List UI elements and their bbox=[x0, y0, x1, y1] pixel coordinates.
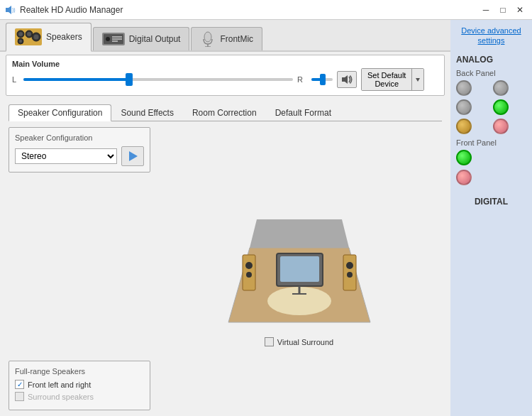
set-default-device-button[interactable]: Set Default Device bbox=[361, 68, 424, 91]
svg-point-6 bbox=[27, 32, 31, 36]
back-panel-dots bbox=[456, 80, 526, 134]
svg-point-10 bbox=[34, 35, 39, 40]
svg-marker-23 bbox=[250, 219, 349, 248]
volume-section: Main Volume L R bbox=[6, 55, 445, 96]
digital-output-icon bbox=[102, 31, 125, 47]
front-left-right-row: ✓ Front left and right bbox=[15, 380, 144, 389]
svg-rect-32 bbox=[280, 256, 319, 282]
window-title: Realtek HD Audio Manager bbox=[20, 5, 123, 15]
speaker-config-select[interactable]: Stereo Quadraphonic 5.1 Speaker 7.1 Spea… bbox=[15, 148, 117, 164]
audio-icon: )))) bbox=[4, 4, 16, 16]
tab-speakers-label: Speakers bbox=[46, 32, 82, 42]
speaker-mute-icon bbox=[341, 75, 353, 84]
play-triangle-icon bbox=[129, 151, 138, 161]
volume-fill bbox=[23, 78, 131, 81]
panel-area: Speaker Configuration Stereo Quadraphoni… bbox=[9, 127, 442, 410]
volume-slider[interactable] bbox=[23, 78, 293, 81]
main-container: Speakers Digital Output bbox=[0, 20, 532, 416]
viz-area: Virtual Surround bbox=[156, 127, 442, 410]
back-panel-label: Back Panel bbox=[456, 69, 526, 77]
surround-speakers-label: Surround speakers bbox=[28, 393, 94, 401]
front-panel-label: Front Panel bbox=[456, 138, 526, 147]
back-panel-dot-2[interactable] bbox=[493, 80, 509, 96]
tab-digital-output-label: Digital Output bbox=[129, 34, 181, 44]
analog-section: ANALOG Back Panel Front Panel bbox=[456, 55, 526, 191]
svg-point-8 bbox=[19, 40, 22, 43]
volume-thumb bbox=[126, 73, 133, 86]
tab-room-correction[interactable]: Room Correction bbox=[183, 104, 266, 121]
back-panel-dot-3[interactable] bbox=[456, 99, 472, 115]
back-panel-dot-gold[interactable] bbox=[456, 119, 472, 134]
tab-digital-output[interactable]: Digital Output bbox=[93, 27, 190, 50]
minimize-button[interactable]: ─ bbox=[478, 4, 494, 16]
front-mic-icon bbox=[200, 31, 216, 47]
svg-point-27 bbox=[246, 272, 252, 278]
virtual-surround-checkbox[interactable] bbox=[265, 337, 274, 346]
svg-text:)))): )))) bbox=[12, 7, 16, 13]
svg-point-30 bbox=[347, 272, 353, 278]
play-button[interactable] bbox=[121, 146, 144, 166]
svg-point-26 bbox=[245, 262, 253, 269]
dropdown-arrow-icon bbox=[415, 77, 421, 82]
svg-point-13 bbox=[106, 37, 110, 41]
digital-section-header: DIGITAL bbox=[475, 197, 508, 207]
full-range-title: Full-range Speakers bbox=[15, 367, 144, 376]
speaker-mute-button[interactable] bbox=[337, 71, 357, 88]
vol-r-thumb bbox=[320, 74, 326, 85]
tab-speaker-configuration[interactable]: Speaker Configuration bbox=[9, 104, 111, 121]
svg-marker-0 bbox=[6, 6, 11, 14]
speaker-config-group-title: Speaker Configuration bbox=[15, 133, 144, 142]
tab-speakers[interactable]: Speakers bbox=[6, 23, 92, 52]
svg-point-29 bbox=[346, 262, 353, 269]
virtual-surround-row: Virtual Surround bbox=[265, 337, 333, 346]
volume-row: L R bbox=[12, 68, 438, 91]
room-visualization bbox=[207, 191, 392, 333]
inner-tabs: Speaker Configuration Sound Effects Room… bbox=[9, 104, 442, 121]
main-tabs-bar: Speakers Digital Output bbox=[0, 20, 450, 52]
svg-point-17 bbox=[204, 32, 211, 42]
tab-front-mic-label: FrontMic bbox=[220, 34, 253, 44]
right-panel: Device advanced settings ANALOG Back Pan… bbox=[450, 20, 532, 416]
spacer bbox=[9, 178, 150, 355]
analog-section-header: ANALOG bbox=[456, 55, 526, 65]
title-bar-controls: ─ □ ✕ bbox=[478, 4, 528, 16]
vol-r-label: R bbox=[297, 75, 304, 84]
maximize-button[interactable]: □ bbox=[495, 4, 511, 16]
front-left-right-checkbox[interactable]: ✓ bbox=[15, 380, 24, 389]
svg-marker-21 bbox=[416, 78, 420, 82]
speaker-config-row: Stereo Quadraphonic 5.1 Speaker 7.1 Spea… bbox=[15, 146, 144, 166]
virtual-surround-label: Virtual Surround bbox=[277, 338, 333, 346]
vol-l-label: L bbox=[12, 75, 19, 84]
speaker-config-group: Speaker Configuration Stereo Quadraphoni… bbox=[9, 127, 150, 173]
surround-speakers-checkbox[interactable] bbox=[15, 392, 24, 401]
back-panel-dot-1[interactable] bbox=[456, 80, 472, 96]
back-panel-dot-pink[interactable] bbox=[493, 119, 509, 134]
back-panel-dot-green[interactable] bbox=[493, 99, 509, 115]
front-panel-dot-green[interactable] bbox=[456, 150, 472, 165]
svg-point-4 bbox=[18, 32, 23, 36]
device-advanced-link[interactable]: Device advanced settings bbox=[456, 26, 526, 46]
full-range-speakers-group: Full-range Speakers ✓ Front left and rig… bbox=[9, 361, 150, 410]
front-panel-dot-pink[interactable] bbox=[456, 170, 472, 185]
set-default-label: Set Default Device bbox=[362, 69, 412, 90]
speakers-tab-icon bbox=[15, 27, 42, 47]
set-default-dropdown-arrow[interactable] bbox=[412, 69, 423, 90]
title-bar: )))) Realtek HD Audio Manager ─ □ ✕ bbox=[0, 0, 532, 20]
volume-label: Main Volume bbox=[12, 60, 438, 68]
tab-front-mic[interactable]: FrontMic bbox=[191, 27, 262, 50]
vol-r-slider[interactable] bbox=[311, 78, 333, 81]
tab-sound-effects[interactable]: Sound Effects bbox=[111, 104, 183, 121]
tab-default-format[interactable]: Default Format bbox=[266, 104, 340, 121]
digital-section: DIGITAL bbox=[475, 197, 508, 211]
left-content: Speakers Digital Output bbox=[0, 20, 450, 416]
surround-speakers-row: Surround speakers bbox=[15, 392, 144, 401]
svg-marker-20 bbox=[342, 75, 348, 84]
front-panel-dots bbox=[456, 150, 526, 185]
left-panel-controls: Speaker Configuration Stereo Quadraphoni… bbox=[9, 127, 150, 410]
inner-content: Speaker Configuration Sound Effects Room… bbox=[0, 99, 450, 416]
title-bar-left: )))) Realtek HD Audio Manager bbox=[4, 4, 123, 16]
front-left-right-label: Front left and right bbox=[28, 381, 91, 389]
close-button[interactable]: ✕ bbox=[512, 4, 528, 16]
